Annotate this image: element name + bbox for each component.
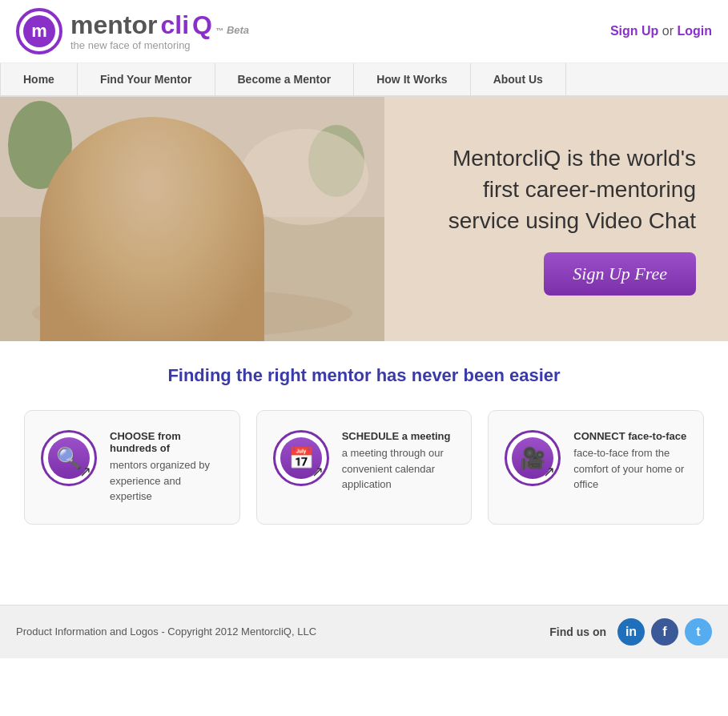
main-nav: Home Find Your Mentor Become a Mentor Ho…	[0, 63, 728, 97]
login-link[interactable]: Login	[677, 24, 712, 38]
header: m mentorcliQ ™ Beta the new face of ment…	[0, 0, 728, 63]
nav-about-us[interactable]: About Us	[471, 63, 566, 95]
logo-main: mentorcliQ ™ Beta	[70, 12, 249, 38]
cursor-icon-2: ↗	[312, 463, 324, 481]
spacer	[0, 557, 728, 605]
or-text: or	[658, 24, 677, 38]
feature-cards: 🔍 ↗ CHOOSE from hundreds of mentors orga…	[0, 402, 728, 557]
hero-text-area: MentorcliQ is the world's first career-m…	[384, 127, 728, 312]
card-schedule: 📅 ↗ SCHEDULE a meeting a meeting through…	[256, 410, 473, 525]
nav-find-mentor[interactable]: Find Your Mentor	[78, 63, 215, 95]
svg-point-17	[240, 129, 368, 225]
find-us-label: Find us on	[549, 625, 606, 638]
nav-become-mentor[interactable]: Become a Mentor	[215, 63, 355, 95]
logo-text-area: mentorcliQ ™ Beta the new face of mentor…	[70, 12, 249, 51]
social-section: Find us on in f t	[549, 618, 712, 646]
svg-point-15	[8, 101, 72, 189]
logo-cliq: cli	[160, 12, 189, 38]
schedule-desc: a meeting through our convenient calenda…	[342, 445, 456, 493]
choose-title: CHOOSE from hundreds of	[110, 430, 223, 454]
svg-point-7	[108, 141, 212, 261]
hero-image	[0, 97, 384, 341]
connect-text: CONNECT face-to-face face-to-face from t…	[573, 430, 687, 493]
header-auth: Sign Up or Login	[610, 24, 712, 38]
logo-word: mentor	[70, 12, 157, 38]
connect-desc: face-to-face from the comfort of your ho…	[573, 445, 687, 493]
schedule-title: SCHEDULE a meeting	[342, 430, 456, 442]
connect-title: CONNECT face-to-face	[573, 430, 687, 442]
connect-icon-wrap: 🎥 ↗	[505, 430, 561, 486]
logo-q: Q	[192, 12, 212, 38]
logo-tagline: the new face of mentoring	[70, 39, 249, 51]
svg-point-14	[203, 292, 232, 302]
card-connect: 🎥 ↗ CONNECT face-to-face face-to-face fr…	[488, 410, 704, 525]
logo-icon: m	[16, 8, 62, 54]
beta-label: Beta	[227, 25, 249, 35]
svg-point-9	[108, 153, 148, 249]
choose-desc: mentors organized by experience and expe…	[110, 457, 223, 505]
twitter-icon[interactable]: t	[685, 618, 712, 646]
choose-icon-wrap: 🔍 ↗	[41, 430, 97, 486]
cursor-icon-3: ↗	[543, 463, 555, 481]
schedule-text: SCHEDULE a meeting a meeting through our…	[342, 430, 456, 493]
svg-rect-13	[204, 297, 232, 329]
svg-rect-11	[88, 265, 232, 341]
facebook-icon[interactable]: f	[651, 618, 678, 646]
logo-area: m mentorcliQ ™ Beta the new face of ment…	[16, 8, 249, 54]
svg-point-12	[120, 249, 200, 289]
footer-copyright: Product Information and Logos - Copyrigh…	[16, 625, 316, 638]
hero-signup-button[interactable]: Sign Up Free	[544, 252, 696, 296]
svg-point-10	[176, 157, 208, 245]
svg-point-6	[64, 129, 256, 341]
section-title: Finding the right mentor has never been …	[0, 341, 728, 402]
choose-text: CHOOSE from hundreds of mentors organize…	[110, 430, 223, 505]
hero-heading: MentorcliQ is the world's first career-m…	[416, 143, 696, 237]
cursor-icon: ↗	[79, 463, 91, 481]
svg-point-8	[104, 129, 216, 217]
hero-image-svg	[0, 97, 384, 341]
trademark: ™	[215, 27, 223, 35]
linkedin-icon[interactable]: in	[617, 618, 645, 646]
card-choose: 🔍 ↗ CHOOSE from hundreds of mentors orga…	[24, 410, 240, 525]
schedule-icon-wrap: 📅 ↗	[273, 430, 329, 486]
footer: Product Information and Logos - Copyrigh…	[0, 605, 728, 658]
nav-home[interactable]: Home	[0, 63, 78, 95]
signup-link[interactable]: Sign Up	[610, 24, 658, 38]
nav-how-it-works[interactable]: How It Works	[354, 63, 470, 95]
svg-point-5	[32, 289, 352, 337]
svg-text:m: m	[31, 21, 47, 41]
hero-section: MentorcliQ is the world's first career-m…	[0, 97, 728, 341]
